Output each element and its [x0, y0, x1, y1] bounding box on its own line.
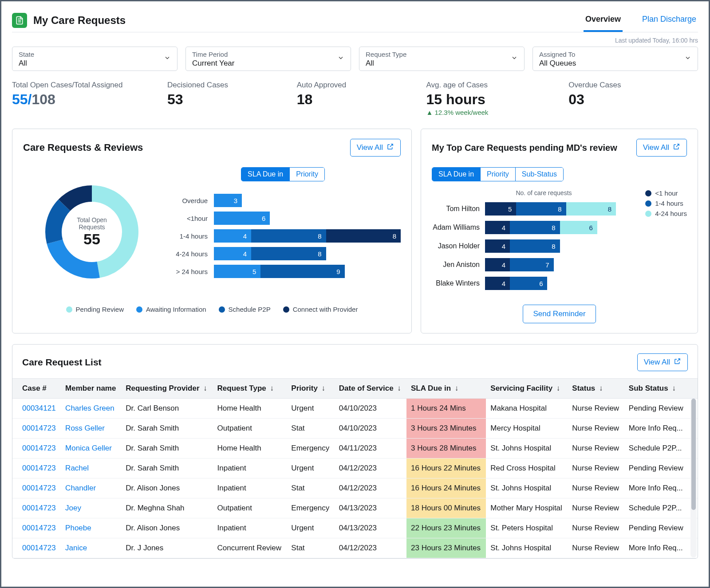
care-list-title: Care Request List [22, 357, 637, 368]
legend-item: 4-24 hours [645, 210, 687, 217]
legend-item: Awaiting Information [136, 306, 206, 313]
case-link[interactable]: 00034121 [22, 404, 56, 412]
kpi-open-label: Total Open Cases/Total Assigned [12, 81, 167, 90]
sla-priority-toggle[interactable]: SLA Due in Priority [241, 167, 325, 181]
case-link[interactable]: 00014723 [22, 444, 56, 452]
kpi-decisioned-label: Decisioned Cases [167, 81, 297, 90]
kpi-overdue-label: Overdue Cases [568, 81, 698, 90]
page-title: My Care Requests [33, 14, 584, 27]
donut-chart: Total Open Requests 55 [34, 174, 150, 290]
care-requests-title: Care Requests & Reviews [23, 142, 350, 153]
table-row: 00014723 Rachel Dr. Sarah Smith Inpatien… [12, 459, 698, 478]
member-link[interactable]: Janice [65, 544, 87, 552]
case-link[interactable]: 00014723 [22, 484, 56, 492]
toggle-sla-due-in[interactable]: SLA Due in [241, 168, 289, 181]
col-sub-status[interactable]: Sub Status ↓ [624, 379, 698, 399]
md-toggle-substatus[interactable]: Sub-Status [515, 168, 563, 181]
case-link[interactable]: 00014723 [22, 464, 56, 472]
care-requests-view-all[interactable]: View All [350, 139, 401, 157]
col-servicing-facility[interactable]: Servicing Facility ↓ [486, 379, 568, 399]
md-toggle-priority[interactable]: Priority [480, 168, 515, 181]
legend-item: <1 hour [645, 189, 687, 197]
case-link[interactable]: 00014723 [22, 424, 56, 432]
md-review-chart: Tom Hilton588Adam Williams486Jason Holde… [432, 201, 616, 291]
col-requesting-provider[interactable]: Requesting Provider ↓ [121, 379, 213, 399]
member-link[interactable]: Rachel [65, 464, 89, 472]
table-row: 00014723 Joey Dr. Meghna Shah Outpatient… [12, 498, 698, 518]
col-sla-due-in[interactable]: SLA Due in ↓ [406, 379, 486, 399]
donut-center-value: 55 [63, 231, 121, 248]
chevron-down-icon [684, 54, 691, 63]
filter-request type[interactable]: Request Type All [359, 47, 525, 71]
table-row: 00014723 Chandler Dr. Alison Jones Inpat… [12, 478, 698, 498]
table-scrollbar[interactable] [690, 399, 697, 557]
chevron-down-icon [164, 54, 171, 63]
donut-center-label: Total Open Requests [63, 216, 121, 231]
table-row: 00014723 Janice Dr. J Jones Concurrent R… [12, 538, 698, 558]
kpi-auto-value: 18 [297, 91, 426, 108]
member-link[interactable]: Monica Geller [65, 444, 112, 452]
md-review-title: My Top Care Requests pending MD's review [432, 143, 636, 153]
md-axis-title: No. of care requests [432, 189, 616, 196]
tab-overview[interactable]: Overview [584, 8, 623, 32]
col-priority[interactable]: Priority ↓ [287, 379, 334, 399]
care-request-table: Case # Member name Requesting Provider ↓… [12, 378, 698, 558]
legend-item: Connect with Provider [283, 306, 358, 313]
send-reminder-button[interactable]: Send Reminder [523, 305, 596, 323]
table-row: 00034121 Charles Green Dr. Carl Benson H… [12, 399, 698, 419]
col-status[interactable]: Status ↓ [568, 379, 624, 399]
legend-item: 1-4 hours [645, 200, 687, 207]
sla-bars-chart: Overdue3<1hour61-4 hours4884-24 hours48>… [165, 193, 401, 279]
case-link[interactable]: 00014723 [22, 504, 56, 512]
app-icon [12, 13, 27, 28]
table-row: 00014723 Ross Geller Dr. Sarah Smith Out… [12, 419, 698, 439]
member-link[interactable]: Joey [65, 504, 81, 512]
kpi-decisioned-value: 53 [167, 91, 297, 108]
open-external-icon [387, 143, 394, 153]
legend-item: Pending Review [66, 306, 124, 313]
col-date-of-service[interactable]: Date of Service ↓ [335, 379, 406, 399]
table-row: 00014723 Monica Geller Dr. Sarah Smith H… [12, 439, 698, 459]
tab-plan-discharge[interactable]: Plan Discharge [640, 8, 698, 32]
table-row: 00014723 Phoebe Dr. Alison Jones Inpatie… [12, 518, 698, 538]
legend-item: Schedule P2P [219, 306, 271, 313]
kpi-auto-label: Auto Approved [297, 81, 426, 90]
member-link[interactable]: Charles Green [65, 404, 114, 412]
member-link[interactable]: Chandler [65, 484, 96, 492]
filter-assigned to[interactable]: Assigned To All Queues [532, 47, 698, 71]
member-link[interactable]: Phoebe [65, 524, 91, 532]
kpi-age-trend: ▲ 12.3% week/week [426, 109, 568, 116]
filter-state[interactable]: State All [12, 47, 178, 71]
case-link[interactable]: 00014723 [22, 524, 56, 532]
col-case-[interactable]: Case # [12, 379, 61, 399]
filter-time period[interactable]: Time Period Current Year [185, 47, 351, 71]
care-list-view-all[interactable]: View All [637, 353, 688, 371]
col-member-name[interactable]: Member name [61, 379, 121, 399]
kpi-open-value: 55/108 [12, 91, 167, 108]
chevron-down-icon [511, 54, 518, 63]
md-review-view-all[interactable]: View All [636, 139, 687, 157]
member-link[interactable]: Ross Geller [65, 424, 105, 432]
md-toggle-sla[interactable]: SLA Due in [432, 168, 480, 181]
kpi-age-value: 15 hours [426, 91, 568, 108]
chevron-down-icon [337, 54, 344, 63]
kpi-age-label: Avg. age of Cases [426, 81, 568, 90]
case-link[interactable]: 00014723 [22, 544, 56, 552]
toggle-priority[interactable]: Priority [289, 168, 324, 181]
col-request-type[interactable]: Request Type ↓ [213, 379, 287, 399]
last-updated: Last updated Today, 16:00 hrs [12, 37, 698, 44]
kpi-overdue-value: 03 [568, 91, 698, 108]
open-external-icon [673, 143, 680, 153]
open-external-icon [674, 357, 681, 367]
md-review-toggle[interactable]: SLA Due in Priority Sub-Status [432, 167, 564, 181]
